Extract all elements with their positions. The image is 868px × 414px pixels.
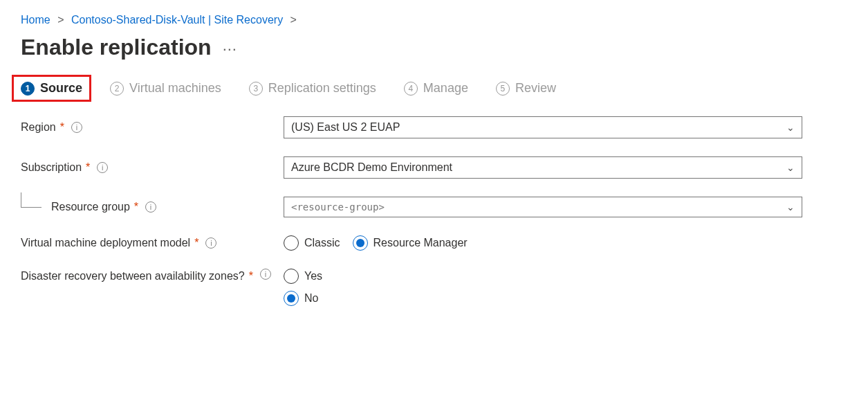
info-icon[interactable]: i — [205, 237, 216, 249]
step-number: 1 — [21, 82, 35, 96]
row-region: Region * i (US) East US 2 EUAP ⌄ — [21, 116, 847, 138]
label-resource-group: Resource group * i — [21, 201, 284, 213]
resource-group-select[interactable]: <resource-group> ⌄ — [284, 197, 802, 217]
radio-resource-manager[interactable]: Resource Manager — [353, 235, 468, 251]
step-number: 3 — [249, 82, 263, 96]
required-icon: * — [249, 269, 253, 284]
label-text: Disaster recovery between availability z… — [21, 269, 245, 284]
radio-no[interactable]: No — [284, 291, 318, 306]
required-icon: * — [60, 121, 64, 134]
label-text: Region — [21, 121, 56, 134]
subscription-select[interactable]: Azure BCDR Demo Environment ⌄ — [284, 156, 802, 179]
radio-label: Resource Manager — [373, 237, 468, 249]
step-label: Manage — [423, 81, 468, 96]
step-virtual-machines[interactable]: 2 Virtual machines — [110, 81, 221, 96]
chevron-down-icon: ⌄ — [786, 122, 795, 133]
page-title-row: Enable replication ··· — [21, 32, 847, 81]
radio-icon — [353, 235, 368, 251]
step-source[interactable]: 1 Source — [12, 75, 91, 102]
page-title: Enable replication — [21, 35, 212, 60]
info-icon[interactable]: i — [145, 201, 156, 213]
row-resource-group: Resource group * i <resource-group> ⌄ — [21, 197, 847, 217]
radio-icon — [284, 269, 299, 284]
deployment-model-radio-group: Classic Resource Manager — [284, 235, 802, 251]
step-label: Source — [40, 81, 82, 96]
radio-label: No — [304, 292, 318, 305]
label-deployment-model: Virtual machine deployment model * i — [21, 237, 284, 249]
label-dr-zones: Disaster recovery between availability z… — [21, 269, 284, 284]
label-text: Resource group — [51, 201, 130, 213]
info-icon[interactable]: i — [260, 269, 271, 280]
chevron-down-icon: ⌄ — [786, 162, 795, 173]
row-subscription: Subscription * i Azure BCDR Demo Environ… — [21, 156, 847, 179]
label-region: Region * i — [21, 121, 284, 134]
step-review[interactable]: 5 Review — [496, 81, 556, 96]
step-number: 2 — [110, 82, 124, 96]
breadcrumb-vault[interactable]: Contoso-Shared-Disk-Vault | Site Recover… — [71, 14, 283, 26]
breadcrumb: Home > Contoso-Shared-Disk-Vault | Site … — [21, 14, 847, 26]
select-placeholder: <resource-group> — [291, 201, 385, 213]
label-subscription: Subscription * i — [21, 161, 284, 174]
row-deployment-model: Virtual machine deployment model * i Cla… — [21, 235, 847, 251]
radio-yes[interactable]: Yes — [284, 269, 322, 284]
step-replication-settings[interactable]: 3 Replication settings — [249, 81, 376, 96]
required-icon: * — [134, 201, 138, 213]
wizard-steps: 1 Source 2 Virtual machines 3 Replicatio… — [21, 81, 847, 96]
label-text: Virtual machine deployment model — [21, 237, 190, 249]
step-label: Replication settings — [268, 81, 376, 96]
required-icon: * — [194, 237, 198, 249]
step-number: 5 — [496, 82, 510, 96]
breadcrumb-separator: > — [57, 14, 64, 26]
region-select[interactable]: (US) East US 2 EUAP ⌄ — [284, 116, 802, 138]
select-value: Azure BCDR Demo Environment — [291, 161, 452, 174]
select-value: (US) East US 2 EUAP — [291, 121, 400, 134]
step-label: Review — [515, 81, 556, 96]
radio-label: Yes — [304, 270, 322, 282]
step-manage[interactable]: 4 Manage — [404, 81, 468, 96]
more-actions-button[interactable]: ··· — [223, 40, 237, 58]
radio-classic[interactable]: Classic — [284, 235, 340, 251]
info-icon[interactable]: i — [97, 162, 108, 173]
step-label: Virtual machines — [129, 81, 221, 96]
dr-zones-radio-group: Yes No — [284, 269, 802, 306]
breadcrumb-home[interactable]: Home — [21, 14, 50, 26]
radio-label: Classic — [304, 237, 340, 249]
label-text: Subscription — [21, 161, 82, 174]
step-number: 4 — [404, 82, 418, 96]
required-icon: * — [86, 161, 90, 174]
info-icon[interactable]: i — [71, 122, 82, 133]
breadcrumb-separator: > — [290, 14, 297, 26]
row-dr-zones: Disaster recovery between availability z… — [21, 269, 847, 306]
radio-icon — [284, 291, 299, 306]
chevron-down-icon: ⌄ — [786, 201, 795, 213]
radio-icon — [284, 235, 299, 251]
tree-indent-icon — [21, 192, 41, 208]
